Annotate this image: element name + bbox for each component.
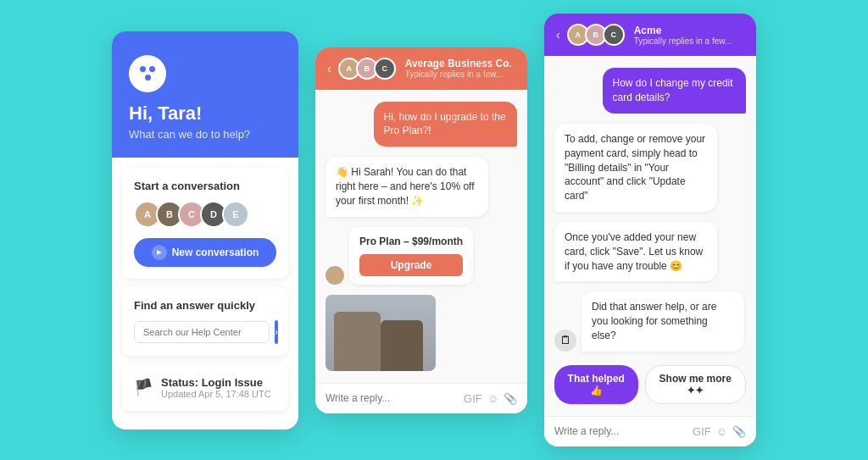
footer-icons-1: GIF ☺ 📎 [464,392,517,405]
emoji-icon-1[interactable]: ☺ [487,392,498,405]
header-avatars-1: A B C [338,58,392,80]
header-avatar-3: C [374,58,396,80]
message-p3-left: Once you've added your new card, click "… [554,222,717,281]
gif-bg [326,295,436,371]
chat-company-status-1: Typically replies in a few... [405,69,512,79]
panel-chat-1: ‹ A B C Average Business Co. Typically r… [315,47,527,413]
status-card: 🏴 Status: Login Issue Updated Apr 5, 17:… [122,364,288,411]
agent-avatars: A B C D E [134,201,276,228]
attachment-icon-2[interactable]: 📎 [732,425,746,438]
message-1-right: Hi, how do I upgrade to the Pro Plan?! [374,102,518,147]
play-icon: ▶ [152,245,167,260]
status-title: Status: Login Issue [161,376,271,389]
back-button-1[interactable]: ‹ [327,62,331,75]
chat-company-name-2: Acme [634,25,732,36]
upgrade-card: Pro Plan – $99/month Upgrade [349,227,473,285]
chat-header-2: ‹ A B C Acme Typically replies in a few.… [544,14,756,56]
reply-input-1[interactable] [326,392,457,404]
back-button-2[interactable]: ‹ [556,28,560,42]
upgrade-button[interactable]: Upgrade [359,254,463,276]
conversation-card-title: Start a conversation [134,180,276,192]
gif-person-1 [334,312,381,371]
panel-home: Hi, Tara! What can we do to help? Start … [112,31,298,430]
search-row: › [134,320,276,344]
search-card: Find an answer quickly › [122,287,288,356]
footer-icons-2: GIF ☺ 📎 [693,425,746,438]
emoji-icon-2[interactable]: ☺ [716,425,727,438]
upgrade-card-title: Pro Plan – $99/month [359,236,463,247]
chat-body-2: How do I change my credit card details? … [544,56,756,415]
message-2-left: 👋 Hi Sarah! You can do that right here –… [326,157,488,216]
bot-message-row: 🗒 Did that answer help, or are you looki… [554,291,746,351]
show-more-button[interactable]: Show me more ✦✦ [645,365,746,404]
gif-person-2 [381,320,423,371]
attachment-icon-1[interactable]: 📎 [504,392,517,405]
search-input[interactable] [134,321,270,343]
chat-body-1: Hi, how do I upgrade to the Pro Plan?! 👋… [315,90,527,383]
agent-avatar-small [326,266,344,285]
that-helped-button[interactable]: That helped 👍 [554,365,638,404]
search-button[interactable]: › [275,320,278,344]
conversation-card: Start a conversation A B C D E ▶ New con… [122,168,288,279]
bot-icon: 🗒 [554,330,576,352]
new-conversation-button[interactable]: ▶ New conversation [134,238,276,267]
greeting-text: Hi, Tara! [129,103,281,125]
chat-header-1: ‹ A B C Average Business Co. Typically r… [315,47,527,90]
action-buttons: That helped 👍 Show me more ✦✦ [554,365,746,404]
gif-icon-2[interactable]: GIF [693,425,711,438]
avatar-5: E [222,201,249,228]
header-avatar-p3: C [603,24,625,46]
panel-home-header: Hi, Tara! What can we do to help? [112,31,298,158]
chat-footer-2: GIF ☺ 📎 [544,416,756,446]
chat-header-info-1: Average Business Co. Typically replies i… [405,58,512,79]
panel-chat-2: ‹ A B C Acme Typically replies in a few.… [544,14,756,446]
chat-company-name-1: Average Business Co. [405,58,512,69]
subtitle-text: What can we do to help? [129,128,281,141]
message-p1-right: How do I change my credit card details? [603,68,747,114]
upgrade-card-row: Pro Plan – $99/month Upgrade [326,227,517,285]
chat-footer-1: GIF ☺ 📎 [315,383,527,413]
gif-image [326,295,436,371]
flag-icon: 🏴 [134,378,153,396]
logo [129,55,166,92]
header-avatars-2: A B C [567,24,620,46]
status-updated: Updated Apr 5, 17:48 UTC [161,389,271,399]
chat-header-info-2: Acme Typically replies in a few... [634,25,732,46]
reply-input-2[interactable] [554,425,686,437]
gif-icon-1[interactable]: GIF [464,392,482,405]
search-card-title: Find an answer quickly [134,299,276,312]
message-p2-left: To add, change or remove your payment ca… [554,124,717,212]
panel-home-body: Start a conversation A B C D E ▶ New con… [112,158,298,430]
chat-company-status-2: Typically replies in a few... [634,36,732,46]
message-p4-bot: Did that answer help, or are you looking… [581,291,744,351]
